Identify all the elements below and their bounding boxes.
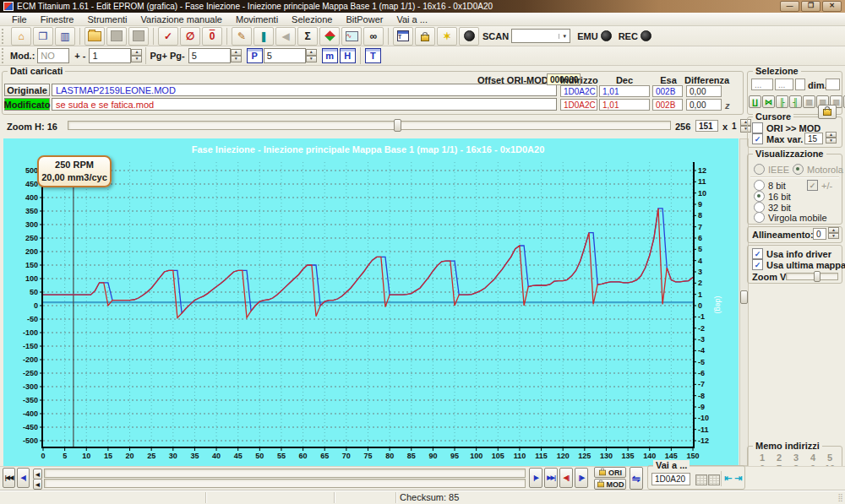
- allineamento-field[interactable]: 0: [813, 228, 826, 240]
- menu-item-vai-a-[interactable]: Vai a ...: [390, 14, 433, 24]
- map-graph-icon[interactable]: ∿: [341, 27, 362, 46]
- page-icon[interactable]: P: [247, 48, 263, 63]
- originale-button[interactable]: Originale: [4, 84, 50, 96]
- max-var-checkbox[interactable]: ✓ Max var.: [752, 133, 803, 144]
- selezione-end-field[interactable]: ...: [775, 79, 793, 90]
- usa-ultima-mappa-checkbox[interactable]: ✓ Usa ultima mappa: [752, 259, 845, 270]
- table-window-icon[interactable]: T: [393, 27, 413, 46]
- compare-ori-mod-icon[interactable]: ⇋: [630, 467, 643, 490]
- select-col-icon[interactable]: ╟: [776, 95, 788, 108]
- home-icon[interactable]: ⌂: [11, 27, 31, 46]
- diff-percent-icon[interactable]: z: [725, 100, 730, 111]
- step-field[interactable]: 1: [89, 48, 131, 63]
- min-view-icon[interactable]: m: [322, 48, 338, 63]
- bit16-radio[interactable]: 16 bit: [754, 191, 791, 202]
- chart-svg[interactable]: -500-450-400-350-300-250-200-150-100-500…: [3, 138, 739, 466]
- page-count-field[interactable]: 5: [264, 48, 306, 63]
- memo-slot-4[interactable]: 4: [804, 453, 821, 463]
- menu-item-file[interactable]: File: [5, 14, 34, 24]
- mod-scrollbar[interactable]: [44, 479, 526, 488]
- zoomh-slider-thumb[interactable]: [394, 119, 401, 132]
- usa-info-driver-box[interactable]: ✓: [752, 248, 763, 259]
- select-cross-icon[interactable]: ⋈: [762, 95, 775, 108]
- bit8-radio[interactable]: 8 bit: [754, 180, 786, 191]
- resize-grip[interactable]: ⣿: [837, 493, 843, 501]
- dim-field[interactable]: [826, 79, 840, 90]
- checksum-off-icon[interactable]: ∅: [180, 27, 200, 46]
- reset-zero-icon[interactable]: 0: [202, 27, 222, 46]
- selezione-start-field[interactable]: ...: [751, 79, 773, 90]
- zoomv-slider-thumb[interactable]: [814, 271, 820, 282]
- selezione-n-field[interactable]: [795, 79, 805, 90]
- max-var-checkbox-box[interactable]: ✓: [752, 133, 763, 144]
- diff-shape-icon[interactable]: [319, 27, 340, 46]
- jump-next-icon[interactable]: ⇥: [734, 473, 742, 484]
- edit-note-icon[interactable]: ✎: [232, 27, 252, 46]
- step-forward-button[interactable]: |▶: [529, 468, 542, 488]
- goto-first-button[interactable]: |◀◀: [3, 468, 15, 488]
- checksum-ok-icon[interactable]: ✓: [158, 27, 178, 46]
- pg-field[interactable]: 5: [188, 48, 231, 63]
- toolbar2-grip[interactable]: [2, 48, 7, 63]
- toolbar-grip[interactable]: [2, 29, 7, 44]
- ori-scrollbar[interactable]: [44, 469, 526, 478]
- driver-runner-icon[interactable]: ✶: [437, 27, 457, 46]
- hex-view-icon[interactable]: H: [340, 48, 356, 63]
- close-button[interactable]: ✕: [822, 1, 842, 12]
- open-file-icon[interactable]: [84, 27, 105, 46]
- cursor-lock-button[interactable]: [818, 105, 837, 119]
- mod-value-field[interactable]: NO: [37, 48, 69, 63]
- connect-led-icon[interactable]: [459, 27, 479, 46]
- cursor-index-field[interactable]: 151: [695, 120, 718, 132]
- split-window-icon[interactable]: ▥: [55, 27, 75, 46]
- restore-button[interactable]: ❐: [801, 1, 820, 12]
- virgola-radio[interactable]: Virgola mobile: [754, 212, 827, 223]
- chart-vscrollbar-thumb[interactable]: [740, 290, 748, 304]
- zoomh-slider[interactable]: [68, 121, 671, 130]
- mod-lock-button[interactable]: MOD: [594, 479, 626, 490]
- memo-slot-1[interactable]: 1: [754, 453, 771, 463]
- usa-ultima-mappa-box[interactable]: ✓: [752, 259, 763, 270]
- minimize-button[interactable]: —: [780, 1, 799, 12]
- scan-combobox[interactable]: ▼: [511, 29, 570, 43]
- prev-diff-button[interactable]: ◀||: [559, 468, 573, 488]
- page-spinner[interactable]: ▲▼: [306, 49, 317, 62]
- mod-scroll-left-icon[interactable]: ◀: [33, 479, 42, 490]
- lock-icon[interactable]: [415, 27, 435, 46]
- modificato-file-field[interactable]: se suda e se fatica.mod: [52, 98, 557, 111]
- menu-item-movimenti[interactable]: Movimenti: [229, 14, 285, 24]
- menu-item-bitpower[interactable]: BitPower: [339, 14, 390, 24]
- emu-led-icon[interactable]: [601, 30, 612, 41]
- find-icon[interactable]: ∞: [363, 27, 384, 46]
- chart-panel[interactable]: -500-450-400-350-300-250-200-150-100-500…: [3, 138, 739, 466]
- modificato-button[interactable]: Modificato: [4, 98, 50, 111]
- originale-file-field[interactable]: LASTMAP2159LEONE.MOD: [52, 84, 557, 96]
- max-var-spinner[interactable]: ▲▼: [826, 132, 837, 144]
- sum-icon[interactable]: Σ: [297, 27, 318, 46]
- select-row-icon[interactable]: ∐: [749, 95, 761, 108]
- rec-led-icon[interactable]: [641, 30, 651, 41]
- ori-lock-button[interactable]: ORI: [594, 467, 626, 478]
- step-back-button[interactable]: ◀|: [17, 468, 30, 488]
- jump-prev-icon[interactable]: ⇤: [724, 473, 732, 484]
- memo-slot-5[interactable]: 5: [821, 453, 838, 463]
- bit16-radio-circle[interactable]: [754, 191, 765, 202]
- usa-info-driver-checkbox[interactable]: ✓ Usa info driver: [752, 248, 831, 259]
- next-diff-button[interactable]: ||▶: [575, 468, 588, 488]
- title-bar[interactable]: ECM Titanium 1.61 - Edit EPROM (grafica)…: [0, 0, 845, 13]
- max-var-field[interactable]: 15: [804, 133, 823, 144]
- virgola-radio-circle[interactable]: [754, 212, 765, 223]
- memo-slot-2[interactable]: 2: [771, 453, 788, 463]
- pg-spinner[interactable]: ▲▼: [231, 49, 242, 62]
- column-view-icon[interactable]: ❚: [254, 27, 274, 46]
- vai-a-field[interactable]: 1D0A20: [651, 473, 690, 485]
- duplicate-window-icon[interactable]: ❐: [33, 27, 53, 46]
- table-view-icon[interactable]: T: [365, 48, 381, 63]
- memo-slot-3[interactable]: 3: [788, 453, 804, 463]
- menu-item-strumenti[interactable]: Strumenti: [80, 14, 134, 24]
- step-spinner[interactable]: ▲▼: [131, 49, 142, 62]
- zoomv-slider[interactable]: [786, 273, 838, 280]
- menu-item-finestre[interactable]: Finestre: [34, 14, 81, 24]
- allineamento-spinner[interactable]: ▲▼: [828, 227, 839, 239]
- bit8-radio-circle[interactable]: [754, 180, 765, 191]
